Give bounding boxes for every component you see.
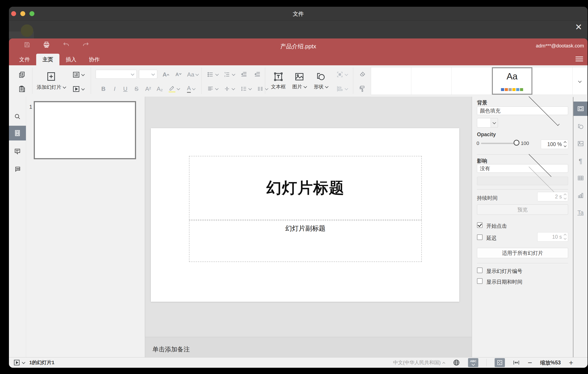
opacity-value-spinner[interactable]: 100 % (541, 140, 568, 149)
fit-to-slide-button[interactable] (495, 358, 505, 367)
zoom-out-button[interactable]: − (528, 358, 532, 367)
start-slideshow-button[interactable] (69, 84, 88, 94)
start-on-click-checkbox[interactable] (477, 222, 483, 228)
bold-button[interactable]: B (98, 84, 109, 94)
paragraph-settings-button[interactable]: ¶ (574, 154, 588, 168)
show-date-checkbox[interactable] (477, 278, 483, 284)
subscript-button[interactable]: A₂ (154, 84, 165, 94)
spellcheck-button[interactable]: ABC (468, 358, 478, 367)
slide-layout-button[interactable] (69, 69, 88, 80)
preview-button[interactable]: 预览 (477, 204, 568, 215)
slide-canvas[interactable]: 幻灯片标题 幻灯片副标题 (151, 128, 459, 302)
increase-indent-button[interactable] (252, 69, 263, 80)
superscript-button[interactable]: A² (143, 84, 154, 94)
mac-window: 文件 ✕ 产品介绍.pp (9, 7, 588, 368)
font-name-select[interactable] (96, 70, 137, 79)
insert-image-button[interactable]: 图片 (289, 67, 310, 94)
close-icon[interactable]: ✕ (574, 22, 584, 32)
add-slide-button[interactable]: 添加幻灯片 (35, 67, 67, 94)
horizontal-align-button[interactable] (205, 84, 220, 94)
arrange-shape-button[interactable] (333, 69, 350, 80)
duration-spinner[interactable]: 2 s (537, 192, 568, 201)
chevron-down-icon (248, 87, 252, 90)
theme-gallery-expand-button[interactable] (572, 67, 587, 95)
divider (486, 359, 487, 366)
tab-insert[interactable]: 插入 (59, 54, 83, 65)
copy-style-button[interactable] (356, 84, 369, 94)
arrow-up-icon[interactable] (564, 234, 567, 237)
opacity-slider-handle[interactable] (514, 140, 519, 146)
chevron-down-icon[interactable] (22, 360, 25, 364)
insert-shape-button[interactable]: 形状 (310, 67, 332, 94)
zoom-in-button[interactable]: + (569, 358, 573, 367)
slides-panel-button[interactable] (9, 126, 26, 141)
delay-spinner[interactable]: 10 s (537, 232, 568, 242)
background-fill-select[interactable]: 颜色填充 (477, 107, 568, 115)
title-placeholder[interactable]: 幻灯片标题 (189, 156, 422, 220)
tab-home[interactable]: 主页 (36, 54, 59, 65)
decrease-indent-button[interactable] (238, 69, 250, 80)
document-language-icon[interactable] (453, 359, 460, 366)
slide-thumbnail[interactable] (34, 101, 136, 159)
clear-style-button[interactable] (356, 69, 369, 80)
numbered-list-button[interactable] (222, 69, 236, 80)
arrow-down-icon[interactable] (564, 237, 567, 240)
chevron-down-icon (303, 85, 307, 88)
theme-thumbnail[interactable] (452, 67, 492, 95)
font-color-button[interactable]: A (184, 84, 198, 94)
effect-select[interactable]: 没有 (477, 164, 568, 173)
underline-button[interactable]: U (120, 84, 130, 94)
theme-thumbnail-selected[interactable]: Aa (492, 67, 532, 95)
image-settings-button[interactable] (574, 136, 588, 151)
subtitle-placeholder[interactable]: 幻灯片副标题 (189, 220, 422, 262)
italic-button[interactable]: I (109, 84, 120, 94)
decrease-font-button[interactable]: A (172, 69, 184, 80)
apply-to-all-slides-button[interactable]: 适用于所有幻灯片 (477, 248, 568, 258)
slide-settings-button[interactable] (574, 101, 588, 116)
textart-settings-button[interactable]: Ta (574, 205, 588, 220)
menu-icon[interactable] (576, 55, 583, 63)
arrow-down-icon[interactable] (564, 144, 567, 147)
increase-font-button[interactable]: A (160, 69, 172, 80)
theme-thumbnail[interactable] (371, 67, 411, 95)
chevron-down-icon (151, 72, 155, 76)
opacity-label: Opacity (477, 132, 496, 138)
slide-thumbnail-panel: 1 (26, 97, 145, 357)
comments-button[interactable] (9, 144, 26, 159)
font-size-select[interactable] (139, 70, 157, 79)
chart-settings-button[interactable] (574, 188, 588, 203)
align-shape-button[interactable] (333, 84, 350, 94)
start-preview-icon[interactable] (13, 359, 20, 366)
theme-thumbnail[interactable] (411, 67, 452, 95)
arrow-up-icon[interactable] (564, 141, 567, 144)
search-button[interactable] (9, 109, 26, 124)
language-selector[interactable]: 中文(中华人民共和国) (393, 359, 445, 366)
show-slide-number-checkbox[interactable] (477, 267, 483, 273)
highlight-pen-icon (169, 86, 175, 92)
highlight-color-button[interactable] (166, 84, 182, 94)
copy-button[interactable] (15, 69, 29, 80)
insert-textbox-button[interactable]: 文本框 (268, 67, 289, 94)
opacity-slider[interactable] (481, 143, 516, 144)
theme-thumbnail[interactable] (532, 67, 572, 95)
table-settings-button[interactable] (574, 171, 588, 185)
chevron-down-icon (345, 87, 348, 90)
delay-checkbox[interactable] (477, 234, 483, 240)
arrow-up-icon[interactable] (564, 194, 567, 196)
shape-settings-button[interactable] (574, 120, 588, 134)
line-spacing-button[interactable] (238, 84, 253, 94)
background-color-picker[interactable] (477, 118, 498, 128)
fit-to-width-button[interactable] (513, 359, 520, 366)
paste-button[interactable] (15, 84, 29, 94)
effect-type-select[interactable] (477, 177, 568, 185)
change-case-button[interactable]: Aa (185, 69, 200, 80)
tab-collaboration[interactable]: 协作 (83, 54, 106, 65)
bullet-list-button[interactable] (205, 69, 220, 80)
arrow-down-icon[interactable] (564, 197, 567, 199)
toolbar: 添加幻灯片 A A Aa B I (9, 65, 588, 97)
vertical-align-button[interactable] (222, 84, 236, 94)
tab-file[interactable]: 文件 (13, 54, 36, 65)
strikethrough-button[interactable]: S (131, 84, 142, 94)
chat-button[interactable] (9, 162, 26, 176)
shapes-icon (316, 72, 326, 82)
